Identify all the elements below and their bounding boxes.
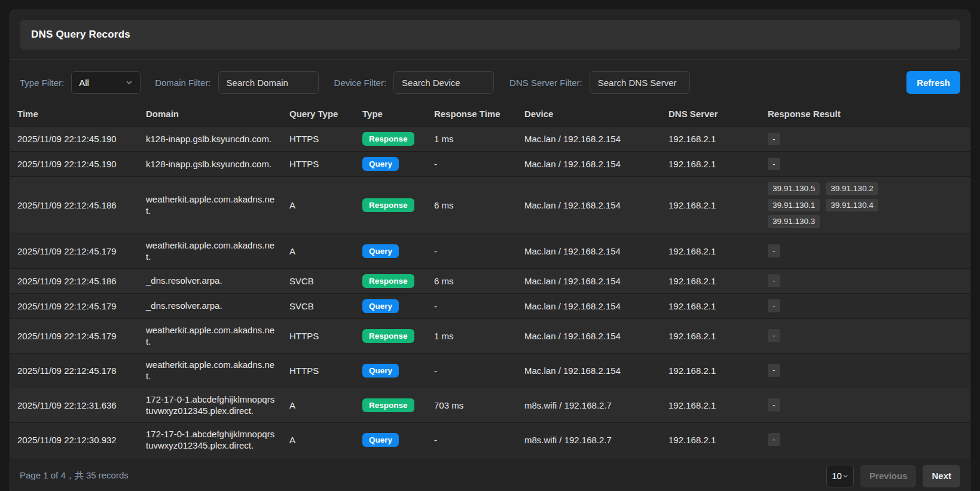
type-badge: Response <box>362 198 414 212</box>
table-header-row: Time Domain Query Type Type Response Tim… <box>10 103 970 127</box>
domain-filter-label: Domain Filter: <box>155 78 210 88</box>
col-header-response-result: Response Result <box>761 103 970 127</box>
type-filter-select[interactable]: All <box>71 71 141 94</box>
table-row[interactable]: 2025/11/09 22:12:45.190 k128-inapp.gslb.… <box>10 127 970 152</box>
dns-server-filter-label: DNS Server Filter: <box>509 78 582 88</box>
result-badge: 39.91.130.2 <box>826 182 878 195</box>
cell-time: 2025/11/09 22:12:30.932 <box>10 422 139 457</box>
table-row[interactable]: 2025/11/09 22:12:45.179 _dns.resolver.ar… <box>10 293 970 318</box>
cell-type: Query <box>355 293 427 318</box>
cell-query-type: A <box>282 177 355 234</box>
col-header-dns-server: DNS Server <box>661 103 761 127</box>
cell-query-type: HTTPS <box>282 152 355 177</box>
cell-response-result: - <box>761 388 970 422</box>
chevron-down-icon <box>126 79 133 86</box>
cell-device: Mac.lan / 192.168.2.154 <box>517 318 661 353</box>
page-title: DNS Query Records <box>31 29 130 40</box>
result-badge: 39.91.130.3 <box>768 215 820 228</box>
cell-query-type: A <box>282 388 355 422</box>
device-filter-input[interactable] <box>393 71 494 94</box>
cell-domain: weatherkit.apple.com.akadns.net. <box>139 234 282 268</box>
result-badges: - <box>768 329 898 342</box>
cell-response-time: - <box>427 422 517 457</box>
table-row[interactable]: 2025/11/09 22:12:45.186 weatherkit.apple… <box>10 177 970 234</box>
cell-response-result: - <box>761 268 970 293</box>
dns-server-filter-input[interactable] <box>590 71 690 94</box>
cell-device: Mac.lan / 192.168.2.154 <box>517 234 661 268</box>
cell-domain: weatherkit.apple.com.akadns.net. <box>139 318 282 353</box>
table-row[interactable]: 2025/11/09 22:12:45.186 _dns.resolver.ar… <box>10 268 970 293</box>
cell-dns-server: 192.168.2.1 <box>661 152 761 177</box>
result-badge: - <box>768 364 780 377</box>
cell-time: 2025/11/09 22:12:45.190 <box>10 127 139 152</box>
cell-response-time: 6 ms <box>427 268 517 293</box>
result-badges: - <box>768 433 898 446</box>
cell-type: Response <box>355 127 427 152</box>
cell-device: Mac.lan / 192.168.2.154 <box>517 127 661 152</box>
col-header-type: Type <box>355 103 427 127</box>
type-badge: Query <box>362 299 399 313</box>
result-badge: - <box>768 244 780 257</box>
panel-header: DNS Query Records <box>10 10 970 60</box>
cell-response-time: 1 ms <box>427 127 517 152</box>
col-header-time: Time <box>10 103 139 127</box>
cell-type: Response <box>355 177 427 234</box>
table-row[interactable]: 2025/11/09 22:12:45.179 weatherkit.apple… <box>10 318 970 353</box>
cell-dns-server: 192.168.2.1 <box>661 268 761 293</box>
result-badges: - <box>768 158 898 171</box>
cell-response-result: - <box>761 234 970 268</box>
chevron-down-icon <box>842 473 848 479</box>
page-summary: Page 1 of 4，共 35 records <box>20 470 129 481</box>
table-row[interactable]: 2025/11/09 22:12:45.190 k128-inapp.gslb.… <box>10 152 970 177</box>
result-badge: - <box>768 433 780 446</box>
table-row[interactable]: 2025/11/09 22:12:30.932 172-17-0-1.abcde… <box>10 422 970 457</box>
cell-query-type: HTTPS <box>282 353 355 388</box>
cell-response-time: 6 ms <box>427 177 517 234</box>
device-filter-label: Device Filter: <box>334 78 387 88</box>
cell-device: Mac.lan / 192.168.2.154 <box>517 152 661 177</box>
cell-type: Query <box>355 353 427 388</box>
table-row[interactable]: 2025/11/09 22:12:45.178 weatherkit.apple… <box>10 353 970 388</box>
type-badge: Response <box>362 274 414 288</box>
type-badge: Response <box>362 329 414 343</box>
type-badge: Query <box>362 364 399 378</box>
next-page-button[interactable]: Next <box>923 465 960 487</box>
table-row[interactable]: 2025/11/09 22:12:31.636 172-17-0-1.abcde… <box>10 388 970 422</box>
cell-type: Response <box>355 268 427 293</box>
type-badge: Query <box>362 433 399 447</box>
result-badges: 39.91.130.539.91.130.239.91.130.139.91.1… <box>768 182 898 228</box>
cell-dns-server: 192.168.2.1 <box>661 127 761 152</box>
cell-query-type: HTTPS <box>282 318 355 353</box>
type-badge: Query <box>362 244 399 258</box>
pagination-footer: Page 1 of 4，共 35 records 10 Previous Nex… <box>10 457 970 491</box>
cell-type: Response <box>355 388 427 422</box>
type-filter-value: All <box>79 78 89 88</box>
cell-device: m8s.wifi / 192.168.2.7 <box>517 388 661 422</box>
result-badge: 39.91.130.1 <box>768 199 820 212</box>
cell-dns-server: 192.168.2.1 <box>661 318 761 353</box>
cell-device: Mac.lan / 192.168.2.154 <box>517 177 661 234</box>
table-row[interactable]: 2025/11/09 22:12:45.179 weatherkit.apple… <box>10 234 970 268</box>
result-badge: - <box>768 133 780 146</box>
page-size-select[interactable]: 10 <box>826 465 854 487</box>
cell-domain: k128-inapp.gslb.ksyuncdn.com. <box>139 152 282 177</box>
cell-domain: k128-inapp.gslb.ksyuncdn.com. <box>139 127 282 152</box>
previous-page-button[interactable]: Previous <box>860 465 916 487</box>
refresh-button[interactable]: Refresh <box>906 71 960 94</box>
cell-response-result: 39.91.130.539.91.130.239.91.130.139.91.1… <box>761 177 970 234</box>
cell-time: 2025/11/09 22:12:45.186 <box>10 268 139 293</box>
result-badge: - <box>768 299 780 312</box>
domain-filter-input[interactable] <box>218 71 319 94</box>
col-header-device: Device <box>517 103 661 127</box>
cell-response-time: - <box>427 234 517 268</box>
cell-domain: 172-17-0-1.abcdefghijklmnopqrstuvwxyz012… <box>139 422 282 457</box>
cell-query-type: HTTPS <box>282 127 355 152</box>
cell-dns-server: 192.168.2.1 <box>661 422 761 457</box>
cell-query-type: SVCB <box>282 293 355 318</box>
result-badge: - <box>768 329 780 342</box>
cell-query-type: A <box>282 422 355 457</box>
cell-type: Query <box>355 152 427 177</box>
cell-dns-server: 192.168.2.1 <box>661 293 761 318</box>
cell-time: 2025/11/09 22:12:45.179 <box>10 234 139 268</box>
cell-domain: _dns.resolver.arpa. <box>139 293 282 318</box>
